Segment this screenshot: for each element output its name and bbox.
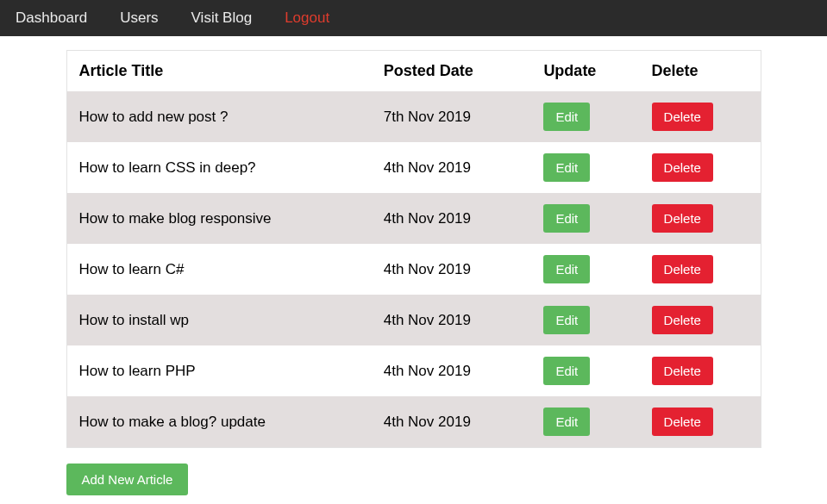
cell-date: 7th Nov 2019 <box>372 91 532 142</box>
cell-date: 4th Nov 2019 <box>372 396 532 448</box>
cell-title: How to learn CSS in deep? <box>66 142 372 193</box>
edit-button[interactable]: Edit <box>543 204 590 233</box>
cell-update: Edit <box>531 396 639 448</box>
cell-title: How to add new post ? <box>66 91 372 142</box>
cell-update: Edit <box>531 91 639 142</box>
nav-logout[interactable]: Logout <box>285 9 329 27</box>
nav-users[interactable]: Users <box>120 9 158 27</box>
cell-title: How to make blog responsive <box>66 193 372 244</box>
cell-delete: Delete <box>640 345 761 396</box>
cell-date: 4th Nov 2019 <box>372 295 532 345</box>
cell-delete: Delete <box>640 396 761 448</box>
header-date: Posted Date <box>372 51 532 92</box>
edit-button[interactable]: Edit <box>543 153 590 182</box>
edit-button[interactable]: Edit <box>543 103 590 131</box>
edit-button[interactable]: Edit <box>543 255 590 283</box>
delete-button[interactable]: Delete <box>652 103 713 131</box>
table-header-row: Article Title Posted Date Update Delete <box>66 51 761 92</box>
cell-delete: Delete <box>640 193 761 244</box>
nav-visit-blog[interactable]: Visit Blog <box>191 9 253 27</box>
cell-date: 4th Nov 2019 <box>372 193 532 244</box>
table-row: How to learn C#4th Nov 2019EditDelete <box>66 244 761 295</box>
cell-update: Edit <box>531 142 639 193</box>
cell-update: Edit <box>531 193 639 244</box>
table-row: How to add new post ?7th Nov 2019EditDel… <box>66 91 761 142</box>
cell-delete: Delete <box>640 142 761 193</box>
edit-button[interactable]: Edit <box>543 408 590 436</box>
cell-delete: Delete <box>640 244 761 295</box>
table-row: How to make blog responsive4th Nov 2019E… <box>66 193 761 244</box>
cell-update: Edit <box>531 244 639 295</box>
edit-button[interactable]: Edit <box>543 357 590 385</box>
table-row: How to learn CSS in deep?4th Nov 2019Edi… <box>66 142 761 193</box>
main-container: Article Title Posted Date Update Delete … <box>60 50 768 495</box>
cell-title: How to install wp <box>66 295 372 345</box>
add-article-button[interactable]: Add New Article <box>66 464 189 495</box>
cell-date: 4th Nov 2019 <box>372 142 532 193</box>
cell-title: How to make a blog? update <box>66 396 372 448</box>
top-navbar: Dashboard Users Visit Blog Logout <box>0 0 827 36</box>
cell-update: Edit <box>531 295 639 345</box>
table-row: How to make a blog? update4th Nov 2019Ed… <box>66 396 761 448</box>
header-title: Article Title <box>66 51 372 92</box>
cell-date: 4th Nov 2019 <box>372 345 532 396</box>
delete-button[interactable]: Delete <box>652 255 713 283</box>
cell-title: How to learn C# <box>66 244 372 295</box>
header-delete: Delete <box>640 51 761 92</box>
table-row: How to install wp4th Nov 2019EditDelete <box>66 295 761 345</box>
cell-delete: Delete <box>640 91 761 142</box>
delete-button[interactable]: Delete <box>652 204 713 233</box>
delete-button[interactable]: Delete <box>652 153 713 182</box>
table-row: How to learn PHP4th Nov 2019EditDelete <box>66 345 761 396</box>
header-update: Update <box>531 51 639 92</box>
cell-date: 4th Nov 2019 <box>372 244 532 295</box>
delete-button[interactable]: Delete <box>652 306 713 334</box>
cell-update: Edit <box>531 345 639 396</box>
cell-title: How to learn PHP <box>66 345 372 396</box>
delete-button[interactable]: Delete <box>652 408 713 436</box>
edit-button[interactable]: Edit <box>543 306 590 334</box>
articles-table: Article Title Posted Date Update Delete … <box>66 50 761 448</box>
nav-dashboard[interactable]: Dashboard <box>16 9 87 27</box>
delete-button[interactable]: Delete <box>652 357 713 385</box>
cell-delete: Delete <box>640 295 761 345</box>
